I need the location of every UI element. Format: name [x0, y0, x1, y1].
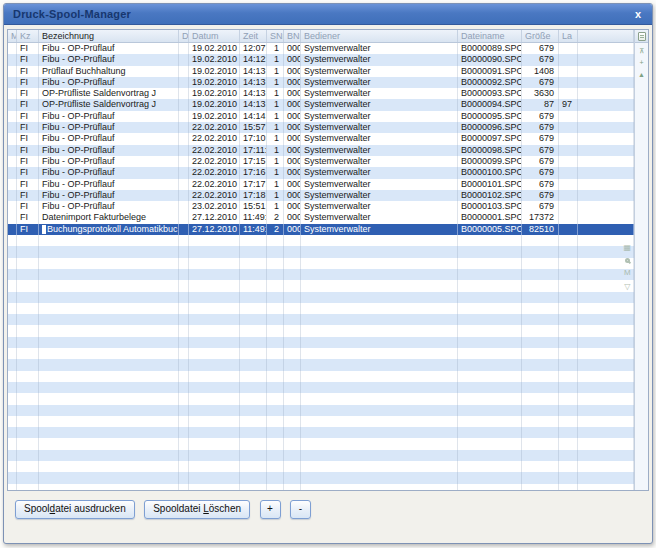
table-row[interactable]: FIFibu - OP-Prüflauf22.02.2010 /Mo17:18:…: [8, 190, 634, 201]
column-header-datum[interactable]: Datum: [189, 30, 240, 42]
table-row[interactable]: FIFibu - OP-Prüflauf23.02.2010 /Di15:51:…: [8, 201, 634, 212]
scroll-plus-icon[interactable]: +: [639, 59, 643, 67]
cell-zeit: [240, 393, 267, 404]
cell-snr: 1: [267, 122, 284, 133]
column-header-bnr[interactable]: BNr: [284, 30, 301, 42]
cell-bnr: [284, 427, 301, 438]
column-header-groesse[interactable]: Größe: [522, 30, 559, 42]
table-row[interactable]: FIOP-Prüfliste Saldenvortrag J19.02.2010…: [8, 88, 634, 99]
column-header-m[interactable]: M: [8, 30, 17, 42]
grid-scrollbar[interactable]: ⊼ + ▲: [634, 30, 648, 490]
cell-kz: [17, 337, 39, 348]
column-header-kz[interactable]: Kz: [17, 30, 39, 42]
cell-groesse: [522, 258, 559, 269]
cell-datum: [189, 405, 240, 416]
table-row[interactable]: FIFibu - OP-Prüflauf19.02.2010 /Fr14:13:…: [8, 77, 634, 88]
column-header-d[interactable]: D: [179, 30, 189, 42]
delete-spool-button[interactable]: Spooldatei Löschen: [144, 500, 250, 519]
cell-spacer: [578, 122, 634, 133]
cell-m: [8, 303, 17, 314]
cell-bediener: Systemverwalter: [301, 88, 458, 99]
column-header-la[interactable]: La: [559, 30, 578, 42]
cell-snr: [267, 269, 284, 280]
cell-snr: [267, 416, 284, 427]
titlebar[interactable]: Druck-Spool-Manager x: [4, 4, 652, 25]
cell-bediener: [301, 393, 458, 404]
remove-button[interactable]: -: [290, 500, 311, 519]
empty-row: [8, 235, 634, 246]
cell-bediener: Systemverwalter: [301, 133, 458, 144]
marker-icon[interactable]: M: [624, 269, 631, 277]
table-row[interactable]: FIFibu - OP-Prüflauf19.02.2010 /Fr14:12:…: [8, 54, 634, 65]
cell-bnr: [284, 280, 301, 291]
table-row[interactable]: FIFibu - OP-Prüflauf22.02.2010 /Mo17:15:…: [8, 156, 634, 167]
empty-row: [8, 269, 634, 280]
table-row[interactable]: FIFibu - OP-Prüflauf19.02.2010 /Fr14:14:…: [8, 111, 634, 122]
table-row[interactable]: FIFibu - OP-Prüflauf22.02.2010 /Mo17:16:…: [8, 167, 634, 178]
table-row[interactable]: FIBuchungsprotokoll Automatikbuc27.12.20…: [8, 224, 634, 235]
cell-groesse: [522, 337, 559, 348]
column-chooser-button[interactable]: [635, 30, 648, 43]
column-header-dateiname[interactable]: Dateiname: [458, 30, 522, 42]
cell-bediener: [301, 314, 458, 325]
scroll-to-top-icon[interactable]: ⊼: [639, 47, 644, 55]
cell-datum: [189, 371, 240, 382]
cell-bediener: Systemverwalter: [301, 190, 458, 201]
grid-view-icon[interactable]: ▦: [623, 244, 631, 252]
cell-zeit: [240, 371, 267, 382]
search-icon[interactable]: [625, 258, 630, 263]
cell-zeit: [240, 258, 267, 269]
table-row[interactable]: FIOP-Prüfliste Saldenvortrag J19.02.2010…: [8, 99, 634, 110]
cell-dateiname: B0000091.SPO: [458, 66, 522, 77]
add-button[interactable]: +: [260, 500, 281, 519]
cell-bnr: 000: [284, 190, 301, 201]
table-row[interactable]: FIDatenimport Fakturbelege27.12.2010 /Mo…: [8, 212, 634, 223]
cell-groesse: 679: [522, 43, 559, 54]
cell-bezeichnung: OP-Prüfliste Saldenvortrag J: [39, 99, 179, 110]
cell-snr: [267, 450, 284, 461]
column-header-bediener[interactable]: Bediener: [301, 30, 458, 42]
cell-kz: FI: [17, 77, 39, 88]
cell-groesse: [522, 405, 559, 416]
cell-d: [179, 348, 189, 359]
cell-zeit: [240, 314, 267, 325]
cell-datum: 19.02.2010 /Fr: [189, 66, 240, 77]
cell-groesse: [522, 269, 559, 280]
cell-kz: [17, 382, 39, 393]
cell-bnr: 000: [284, 201, 301, 212]
cell-zeit: [240, 484, 267, 490]
empty-row: [8, 325, 634, 336]
scroll-up-icon[interactable]: ▲: [638, 71, 645, 79]
table-row[interactable]: FIFibu - OP-Prüflauf22.02.2010 /Mo15:57:…: [8, 122, 634, 133]
cell-kz: [17, 292, 39, 303]
cell-zeit: [240, 450, 267, 461]
column-header-snr[interactable]: SNr: [267, 30, 284, 42]
cell-datum: [189, 235, 240, 246]
cell-dateiname: [458, 280, 522, 291]
cell-groesse: [522, 371, 559, 382]
table-row[interactable]: FIFibu - OP-Prüflauf19.02.2010 /Fr12:07:…: [8, 43, 634, 54]
table-row[interactable]: FIPrüflauf Buchhaltung19.02.2010 /Fr14:1…: [8, 66, 634, 77]
table-row[interactable]: FIFibu - OP-Prüflauf22.02.2010 /Mo17:17:…: [8, 179, 634, 190]
cell-bnr: [284, 337, 301, 348]
cell-datum: 19.02.2010 /Fr: [189, 54, 240, 65]
cell-bediener: Systemverwalter: [301, 224, 458, 235]
close-icon[interactable]: x: [633, 9, 643, 20]
cell-la: [559, 371, 578, 382]
cell-bnr: [284, 382, 301, 393]
empty-row: [8, 280, 634, 291]
cell-snr: [267, 303, 284, 314]
filter-icon[interactable]: ▽: [624, 283, 630, 291]
cell-dateiname: B0000095.SPO: [458, 111, 522, 122]
table-row[interactable]: FIFibu - OP-Prüflauf22.02.2010 /Mo17:10:…: [8, 133, 634, 144]
cell-spacer: [578, 371, 634, 382]
print-spool-button[interactable]: Spooldatei ausdrucken: [15, 500, 135, 519]
cell-snr: [267, 325, 284, 336]
column-header-spacer[interactable]: [578, 30, 634, 42]
column-header-zeit[interactable]: Zeit: [240, 30, 267, 42]
cell-m: [8, 314, 17, 325]
table-row[interactable]: FIFibu - OP-Prüflauf22.02.2010 /Mo17:11:…: [8, 145, 634, 156]
column-header-bezeichnung[interactable]: Bezeichnung: [39, 30, 179, 42]
cell-la: [559, 167, 578, 178]
cell-groesse: 679: [522, 179, 559, 190]
